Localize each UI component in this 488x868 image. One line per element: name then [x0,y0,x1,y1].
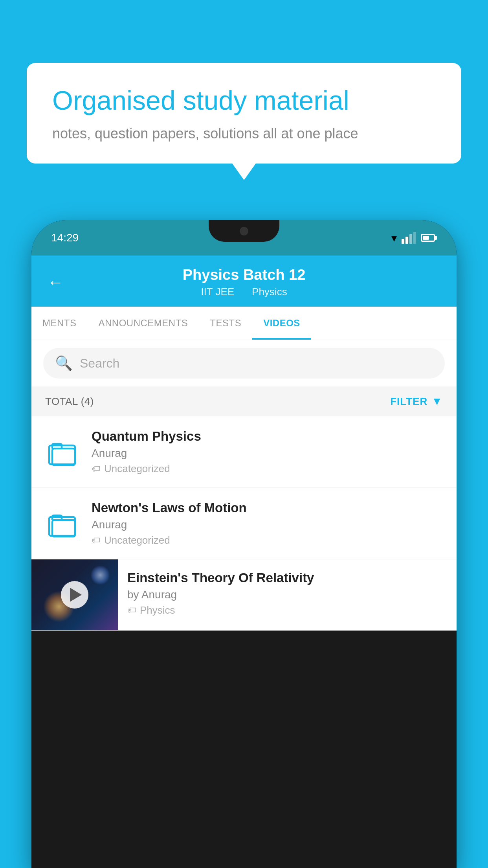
phone-screen: ← Physics Batch 12 IIT JEE Physics MENTS… [31,256,457,631]
signal-icon [402,232,416,244]
tab-videos[interactable]: VIDEOS [252,307,311,340]
folder-icon-wrapper [45,438,81,466]
video-info: Newton's Laws of Motion Anurag 🏷 Uncateg… [92,500,443,546]
tag-label: Uncategorized [104,534,170,546]
status-icons: ▾ [391,232,437,245]
filter-bar: TOTAL (4) FILTER ▼ [31,386,457,416]
battery-icon [421,234,437,242]
video-title: Einstein's Theory Of Relativity [127,570,446,585]
tag-iit-jee: IIT JEE [201,286,234,298]
video-tag: 🏷 Uncategorized [92,534,443,546]
play-button[interactable] [61,581,88,609]
video-info: Quantum Physics Anurag 🏷 Uncategorized [92,429,443,475]
tab-announcements[interactable]: ANNOUNCEMENTS [88,307,199,340]
filter-label: FILTER [390,395,427,408]
header-tags: IIT JEE Physics [183,286,306,298]
tag-icon: 🏷 [127,605,136,616]
header-center: Physics Batch 12 IIT JEE Physics [183,267,306,298]
notch [209,220,279,242]
video-info: Einstein's Theory Of Relativity by Anura… [118,559,457,627]
bubble-title: Organised study material [52,85,436,117]
tag-label: Physics [140,604,175,616]
svg-rect-3 [52,520,75,537]
total-count: TOTAL (4) [45,395,94,408]
header-title: Physics Batch 12 [183,267,306,283]
folder-icon [48,438,78,466]
tag-icon: 🏷 [92,464,100,474]
search-container: 🔍 Search [31,340,457,386]
status-bar: 14:29 ▾ [31,220,457,256]
video-title: Quantum Physics [92,429,443,444]
video-author: Anurag [92,447,443,460]
svg-rect-1 [52,449,75,465]
video-tag: 🏷 Physics [127,604,446,616]
wifi-icon: ▾ [391,232,397,245]
tag-label: Uncategorized [104,463,170,475]
tab-ments[interactable]: MENTS [31,307,88,340]
filter-button[interactable]: FILTER ▼ [390,395,443,408]
space-glow2 [90,565,110,585]
phone-frame: 14:29 ▾ ← Physics Batch 12 IIT JEE [31,220,457,868]
content-area: Quantum Physics Anurag 🏷 Uncategorized [31,416,457,631]
tag-physics: Physics [252,286,287,298]
speech-bubble-container: Organised study material notes, question… [27,63,461,164]
camera-dot [240,227,248,235]
video-author: by Anurag [127,588,446,601]
list-item[interactable]: Newton's Laws of Motion Anurag 🏷 Uncateg… [31,488,457,559]
search-icon: 🔍 [55,355,73,371]
list-item[interactable]: Einstein's Theory Of Relativity by Anura… [31,559,457,631]
video-thumbnail [31,559,118,630]
tag-icon: 🏷 [92,535,100,546]
folder-icon-wrapper [45,510,81,537]
list-item[interactable]: Quantum Physics Anurag 🏷 Uncategorized [31,416,457,488]
speech-bubble: Organised study material notes, question… [27,63,461,164]
status-time: 14:29 [51,232,79,244]
bubble-subtitle: notes, question papers, solutions all at… [52,125,436,142]
play-triangle-icon [70,588,82,602]
back-button[interactable]: ← [47,273,64,292]
video-author: Anurag [92,519,443,531]
app-header: ← Physics Batch 12 IIT JEE Physics [31,256,457,307]
search-bar[interactable]: 🔍 Search [43,348,445,379]
tab-navigation: MENTS ANNOUNCEMENTS TESTS VIDEOS [31,307,457,340]
video-title: Newton's Laws of Motion [92,500,443,515]
video-tag: 🏷 Uncategorized [92,463,443,475]
filter-funnel-icon: ▼ [431,395,443,408]
tab-tests[interactable]: TESTS [199,307,252,340]
folder-icon [48,510,78,537]
search-placeholder: Search [80,356,119,371]
